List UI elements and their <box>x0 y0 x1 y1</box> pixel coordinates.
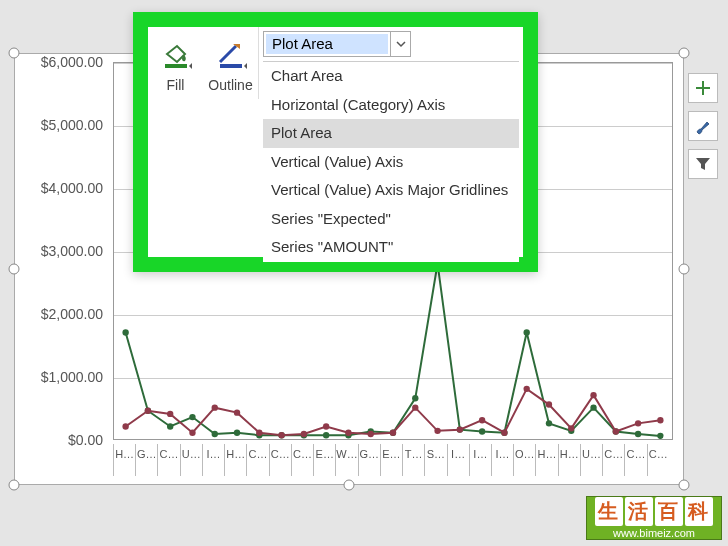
data-point[interactable] <box>345 430 351 436</box>
data-point[interactable] <box>546 401 552 407</box>
fill-tool[interactable]: Fill <box>148 27 203 99</box>
outline-label: Outline <box>208 77 252 93</box>
x-tick-label: U… <box>180 444 202 476</box>
resize-handle[interactable] <box>9 264 20 275</box>
mini-toolbar: Fill Outline Plot Area Chart AreaHorizon… <box>148 27 523 99</box>
resize-handle[interactable] <box>679 264 690 275</box>
data-point[interactable] <box>189 430 195 436</box>
data-point[interactable] <box>524 386 530 392</box>
data-point[interactable] <box>167 411 173 417</box>
chart-element-selector: Plot Area Chart AreaHorizontal (Category… <box>258 27 523 99</box>
x-tick-label: U… <box>580 444 602 476</box>
dropdown-item[interactable]: Series "AMOUNT" <box>263 233 519 262</box>
x-tick-label: C… <box>246 444 268 476</box>
data-point[interactable] <box>479 417 485 423</box>
chart-side-buttons <box>688 73 718 179</box>
resize-handle[interactable] <box>344 480 355 491</box>
data-point[interactable] <box>501 430 507 436</box>
x-tick-label: S… <box>424 444 446 476</box>
data-point[interactable] <box>145 408 151 414</box>
data-point[interactable] <box>635 431 641 437</box>
x-tick-label: H… <box>535 444 557 476</box>
resize-handle[interactable] <box>9 480 20 491</box>
chart-element-combo[interactable]: Plot Area <box>263 31 411 57</box>
x-tick-label: C… <box>157 444 179 476</box>
data-point[interactable] <box>167 423 173 429</box>
data-point[interactable] <box>234 409 240 415</box>
x-tick-label: C… <box>647 444 669 476</box>
data-point[interactable] <box>457 426 463 432</box>
brush-icon <box>694 117 712 135</box>
chart-elements-button[interactable] <box>688 73 718 103</box>
data-point[interactable] <box>212 431 218 437</box>
y-tick-label: $6,000.00 <box>23 54 103 70</box>
category-axis[interactable]: H…G…C…U…I…H…C…C…C…E…W…G…E…T…S…I…I…I…O…H…… <box>113 444 669 476</box>
fill-icon <box>154 38 198 74</box>
dropdown-item[interactable]: Horizontal (Category) Axis <box>263 91 519 120</box>
data-point[interactable] <box>657 417 663 423</box>
x-tick-label: O… <box>513 444 535 476</box>
data-point[interactable] <box>390 430 396 436</box>
dropdown-item[interactable]: Vertical (Value) Axis Major Gridlines <box>263 176 519 205</box>
dropdown-item[interactable]: Series "Expected" <box>263 205 519 234</box>
svg-rect-0 <box>165 64 187 68</box>
chart-element-dropdown[interactable]: Chart AreaHorizontal (Category) AxisPlot… <box>263 61 519 262</box>
x-tick-label: G… <box>358 444 380 476</box>
x-tick-label: I… <box>469 444 491 476</box>
data-point[interactable] <box>657 433 663 439</box>
data-point[interactable] <box>122 423 128 429</box>
dropdown-item[interactable]: Plot Area <box>263 119 519 148</box>
data-point[interactable] <box>301 431 307 437</box>
dropdown-item[interactable]: Chart Area <box>263 62 519 91</box>
x-tick-label: C… <box>602 444 624 476</box>
x-tick-label: H… <box>113 444 135 476</box>
data-point[interactable] <box>212 404 218 410</box>
data-point[interactable] <box>412 395 418 401</box>
data-point[interactable] <box>590 404 596 410</box>
data-point[interactable] <box>256 430 262 436</box>
data-point[interactable] <box>524 329 530 335</box>
dropdown-item[interactable]: Vertical (Value) Axis <box>263 148 519 177</box>
data-point[interactable] <box>590 392 596 398</box>
resize-handle[interactable] <box>679 48 690 59</box>
x-tick-label: E… <box>313 444 335 476</box>
funnel-icon <box>694 155 712 173</box>
chevron-down-icon[interactable] <box>390 32 410 56</box>
x-tick-label: T… <box>402 444 424 476</box>
y-tick-label: $3,000.00 <box>23 243 103 259</box>
data-point[interactable] <box>613 428 619 434</box>
data-point[interactable] <box>568 425 574 431</box>
outline-tool[interactable]: Outline <box>203 27 258 99</box>
resize-handle[interactable] <box>9 48 20 59</box>
data-point[interactable] <box>479 428 485 434</box>
data-point[interactable] <box>546 420 552 426</box>
y-tick-label: $5,000.00 <box>23 117 103 133</box>
data-point[interactable] <box>122 329 128 335</box>
x-tick-label: E… <box>380 444 402 476</box>
x-tick-label: C… <box>269 444 291 476</box>
y-tick-label: $4,000.00 <box>23 180 103 196</box>
x-tick-label: I… <box>202 444 224 476</box>
data-point[interactable] <box>323 432 329 438</box>
outline-icon <box>209 38 253 74</box>
chart-filters-button[interactable] <box>688 149 718 179</box>
data-point[interactable] <box>368 431 374 437</box>
y-tick-label: $0.00 <box>23 432 103 448</box>
data-point[interactable] <box>412 404 418 410</box>
y-tick-label: $1,000.00 <box>23 369 103 385</box>
series-expected[interactable] <box>126 264 661 436</box>
data-point[interactable] <box>635 420 641 426</box>
data-point[interactable] <box>278 432 284 438</box>
data-point[interactable] <box>434 428 440 434</box>
data-point[interactable] <box>189 414 195 420</box>
x-tick-label: G… <box>135 444 157 476</box>
data-point[interactable] <box>323 423 329 429</box>
data-point[interactable] <box>234 430 240 436</box>
resize-handle[interactable] <box>679 480 690 491</box>
watermark-url: www.bimeiz.com <box>613 527 695 539</box>
x-tick-label: C… <box>291 444 313 476</box>
chart-styles-button[interactable] <box>688 111 718 141</box>
watermark-badge: 生活百科 www.bimeiz.com <box>586 496 722 540</box>
x-tick-label: H… <box>558 444 580 476</box>
x-tick-label: W… <box>335 444 357 476</box>
